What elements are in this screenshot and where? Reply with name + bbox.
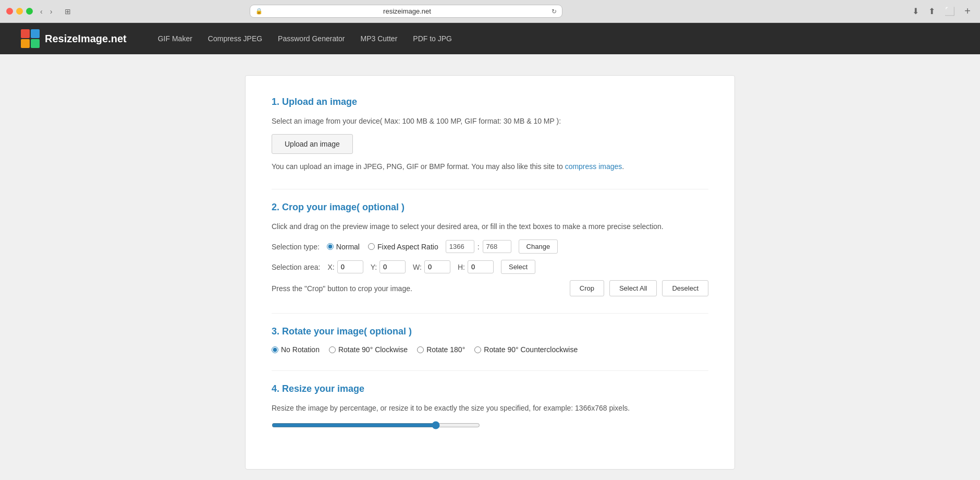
rotate-options: No Rotation Rotate 90° Clockwise Rotate …	[272, 345, 708, 354]
radio-normal-label: Normal	[336, 243, 360, 251]
divider-3	[272, 370, 708, 371]
crop-button[interactable]: Crop	[570, 280, 604, 296]
upload-title: 1. Upload an image	[272, 97, 708, 107]
toolbar-right: ⬇ ⬆ ⬜ +	[909, 4, 974, 18]
logo-square-red	[21, 29, 30, 38]
traffic-light-close[interactable]	[6, 8, 13, 15]
logo-icon	[21, 29, 40, 48]
rotate-cw90-label: Rotate 90° Clockwise	[338, 345, 408, 354]
nav-pdf-to-jpg[interactable]: PDF to JPG	[413, 34, 452, 43]
upload-description: Select an image from your device( Max: 1…	[272, 116, 708, 127]
logo-square-green	[31, 39, 40, 48]
logo-square-yellow	[21, 39, 30, 48]
select-button[interactable]: Select	[501, 260, 535, 274]
crop-section: 2. Crop your image( optional ) Click and…	[272, 202, 708, 296]
rotate-none[interactable]: No Rotation	[272, 345, 320, 354]
h-input[interactable]	[468, 260, 494, 273]
crop-title: 2. Crop your image( optional )	[272, 202, 708, 213]
address-bar: 🔒 resizeimage.net ↻	[250, 5, 562, 18]
upload-section: 1. Upload an image Select an image from …	[272, 97, 708, 172]
radio-normal[interactable]: Normal	[327, 243, 360, 251]
screen-button[interactable]: ⬜	[941, 4, 958, 18]
rotate-ccw90-label: Rotate 90° Counterclockwise	[484, 345, 578, 354]
radio-normal-input[interactable]	[327, 243, 334, 250]
upload-note-end: .	[622, 162, 624, 171]
lock-icon: 🔒	[255, 8, 263, 15]
forward-button[interactable]: ›	[47, 5, 56, 18]
radio-fixed-input[interactable]	[368, 243, 375, 250]
rotate-title: 3. Rotate your image( optional )	[272, 326, 708, 337]
crop-actions-row: Press the "Crop" button to crop your ima…	[272, 280, 708, 296]
radio-fixed-label: Fixed Aspect Ratio	[377, 243, 438, 251]
rotate-ccw90-input[interactable]	[474, 346, 481, 353]
aspect-height-input[interactable]	[483, 240, 511, 253]
select-all-button[interactable]: Select All	[609, 280, 657, 296]
rotate-section: 3. Rotate your image( optional ) No Rota…	[272, 326, 708, 354]
selection-type-row: Selection type: Normal Fixed Aspect Rati…	[272, 239, 708, 254]
aspect-separator: :	[477, 243, 480, 251]
selection-type-radio-group: Normal Fixed Aspect Ratio	[327, 243, 438, 251]
aspect-inputs: :	[446, 240, 511, 253]
nav-password-generator[interactable]: Password Generator	[278, 34, 345, 43]
x-input[interactable]	[337, 260, 363, 273]
coord-h: H:	[458, 260, 494, 273]
compress-images-link[interactable]: compress images	[565, 162, 622, 171]
rotate-180-input[interactable]	[417, 346, 424, 353]
main-card: 1. Upload an image Select an image from …	[245, 75, 735, 470]
y-label: Y:	[371, 263, 377, 271]
resize-slider-wrap	[272, 421, 708, 431]
browser-titlebar: ‹ › ⊞ 🔒 resizeimage.net ↻ ⬇ ⬆ ⬜ +	[0, 0, 980, 22]
logo-square-blue	[31, 29, 40, 38]
page-background: 1. Upload an image Select an image from …	[0, 54, 980, 480]
w-input[interactable]	[424, 260, 450, 273]
traffic-lights	[6, 8, 33, 15]
reload-button[interactable]: ↻	[552, 8, 557, 15]
resize-slider[interactable]	[272, 421, 480, 429]
aspect-width-input[interactable]	[446, 240, 474, 253]
logo-area: ResizeImage.net	[21, 29, 127, 48]
rotate-180-label: Rotate 180°	[426, 345, 465, 354]
site-nav: GIF Maker Compress JPEG Password Generat…	[158, 34, 452, 43]
traffic-light-minimize[interactable]	[16, 8, 23, 15]
nav-gif-maker[interactable]: GIF Maker	[158, 34, 192, 43]
divider-2	[272, 313, 708, 314]
rotate-cw90-input[interactable]	[329, 346, 336, 353]
resize-section: 4. Resize your image Resize the image by…	[272, 383, 708, 431]
tab-button[interactable]: ⊞	[62, 5, 74, 18]
back-button[interactable]: ‹	[37, 5, 46, 18]
nav-buttons: ‹ ›	[37, 5, 55, 18]
resize-title: 4. Resize your image	[272, 383, 708, 394]
nav-compress-jpeg[interactable]: Compress JPEG	[208, 34, 262, 43]
selection-area-label: Selection area:	[272, 263, 320, 271]
crop-hint: Press the "Crop" button to crop your ima…	[272, 284, 565, 293]
upload-note: You can upload an image in JPEG, PNG, GI…	[272, 161, 708, 172]
coord-x: X:	[327, 260, 363, 273]
traffic-light-maximize[interactable]	[26, 8, 33, 15]
resize-description: Resize the image by percentage, or resiz…	[272, 403, 708, 414]
site-logo-text[interactable]: ResizeImage.net	[45, 33, 127, 45]
download-button[interactable]: ⬇	[909, 4, 922, 18]
coord-y: Y:	[371, 260, 406, 273]
rotate-none-label: No Rotation	[281, 345, 320, 354]
rotate-ccw90[interactable]: Rotate 90° Counterclockwise	[474, 345, 578, 354]
share-button[interactable]: ⬆	[925, 4, 938, 18]
rotate-none-input[interactable]	[272, 346, 278, 353]
new-tab-button[interactable]: +	[961, 4, 974, 18]
divider-1	[272, 189, 708, 189]
address-text[interactable]: resizeimage.net	[266, 7, 548, 15]
crop-description: Click and drag on the preview image to s…	[272, 221, 708, 232]
h-label: H:	[458, 263, 465, 271]
radio-fixed-aspect[interactable]: Fixed Aspect Ratio	[368, 243, 438, 251]
deselect-button[interactable]: Deselect	[662, 280, 708, 296]
site-header: ResizeImage.net GIF Maker Compress JPEG …	[0, 23, 980, 54]
rotate-cw90[interactable]: Rotate 90° Clockwise	[329, 345, 408, 354]
upload-button[interactable]: Upload an image	[272, 134, 353, 154]
nav-mp3-cutter[interactable]: MP3 Cutter	[361, 34, 398, 43]
x-label: X:	[327, 263, 334, 271]
change-button[interactable]: Change	[519, 239, 558, 254]
y-input[interactable]	[379, 260, 406, 273]
rotate-180[interactable]: Rotate 180°	[417, 345, 465, 354]
w-label: W:	[413, 263, 422, 271]
coord-w: W:	[413, 260, 450, 273]
selection-area-row: Selection area: X: Y: W: H: Select	[272, 260, 708, 274]
